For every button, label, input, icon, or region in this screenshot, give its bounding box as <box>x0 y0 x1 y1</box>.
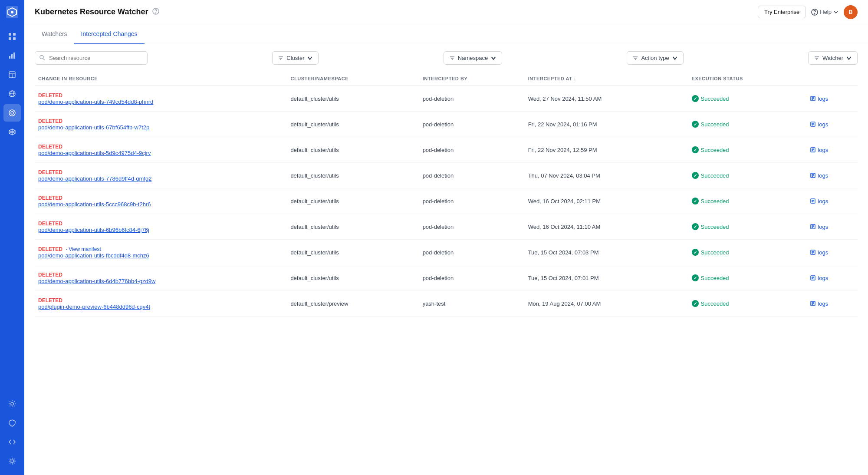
resource-link[interactable]: pod/demo-application-utils-7786d9ff4d-gm… <box>38 175 283 182</box>
logs-cell: logs <box>806 112 858 137</box>
help-label: Help <box>820 9 832 15</box>
sidebar-icon-code[interactable] <box>3 433 21 451</box>
status-cell: Succeeded <box>688 112 807 137</box>
app-logo[interactable] <box>5 5 19 19</box>
logs-link[interactable]: logs <box>810 275 854 281</box>
namespace-filter-button[interactable]: Namespace <box>444 51 502 65</box>
search-input[interactable] <box>35 51 148 65</box>
svg-rect-7 <box>11 54 13 59</box>
sidebar-icon-chart[interactable] <box>3 47 21 64</box>
logs-link[interactable]: logs <box>810 121 854 128</box>
status-dot <box>692 172 699 179</box>
view-manifest-link[interactable]: · View manifest <box>66 246 101 252</box>
cluster-namespace-cell: default_cluster/utils <box>287 214 419 240</box>
resource-link[interactable]: pod/demo-application-utils-6d4b776bb4-gz… <box>38 278 283 284</box>
sidebar-icon-watcher[interactable] <box>3 104 21 122</box>
resource-link[interactable]: pod/demo-application-utils-749cd54dd8-ph… <box>38 99 283 105</box>
status-label: Succeeded <box>701 249 729 256</box>
deleted-label: DELETED <box>38 221 62 227</box>
sidebar-icon-globe[interactable] <box>3 85 21 102</box>
table-row: DELETEDpod/plugin-demo-preview-6b448dd96… <box>35 291 858 317</box>
try-enterprise-button[interactable]: Try Enterprise <box>758 6 806 18</box>
logs-link[interactable]: logs <box>810 249 854 256</box>
col-header-intercepted-by: INTERCEPTED BY <box>419 72 525 86</box>
change-cell: DELETEDpod/demo-application-utils-749cd5… <box>35 86 287 112</box>
logs-link[interactable]: logs <box>810 172 854 179</box>
logs-cell: logs <box>806 188 858 214</box>
filters-bar: Cluster Namespace Action type <box>24 44 868 72</box>
logs-link[interactable]: logs <box>810 224 854 230</box>
svg-rect-8 <box>13 53 15 59</box>
table-row: DELETEDpod/demo-application-utils-5ccc96… <box>35 188 858 214</box>
svg-point-21 <box>11 460 13 462</box>
status-label: Succeeded <box>701 96 729 102</box>
col-header-cluster-namespace: CLUSTER/NAMESPACE <box>287 72 419 86</box>
svg-point-26 <box>40 55 43 59</box>
changes-table: CHANGE IN RESOURCE CLUSTER/NAMESPACE INT… <box>35 72 858 317</box>
status-succeeded: Succeeded <box>692 95 803 102</box>
logs-link[interactable]: logs <box>810 300 854 307</box>
svg-rect-3 <box>13 33 16 36</box>
action-type-filter-button[interactable]: Action type <box>627 51 683 65</box>
watcher-filter-button[interactable]: Watcher <box>808 51 858 65</box>
resource-link[interactable]: pod/demo-application-utils-5d9c4975d4-9c… <box>38 150 283 156</box>
table-row: DELETEDpod/demo-application-utils-6b96b6… <box>35 214 858 240</box>
tabs-bar: Watchers Intercepted Changes <box>24 24 868 44</box>
intercepted-at-cell: Mon, 19 Aug 2024, 07:00 AM <box>525 291 688 317</box>
logs-link[interactable]: logs <box>810 147 854 153</box>
change-cell: DELETEDpod/demo-application-utils-7786d9… <box>35 163 287 188</box>
change-cell: DELETED · View manifestpod/demo-applicat… <box>35 240 287 265</box>
tab-watchers[interactable]: Watchers <box>35 24 74 44</box>
intercepted-by-cell: pod-deletion <box>419 188 525 214</box>
search-wrap <box>35 51 148 65</box>
resource-link[interactable]: pod/demo-application-utils-67bf654ffb-w7… <box>38 124 283 131</box>
header-left: Kubernetes Resource Watcher <box>35 7 159 16</box>
logs-cell: logs <box>806 214 858 240</box>
intercepted-by-cell: pod-deletion <box>419 214 525 240</box>
deleted-label: DELETED <box>38 144 62 150</box>
sidebar-icon-settings[interactable] <box>3 395 21 412</box>
logs-link[interactable]: logs <box>810 96 854 102</box>
col-header-intercepted-at[interactable]: INTERCEPTED AT ↓ <box>525 72 688 86</box>
resource-link[interactable]: pod/demo-application-utils-5ccc968c9b-t2… <box>38 201 283 208</box>
resource-link[interactable]: pod/plugin-demo-preview-6b448dd96d-cqv4t <box>38 303 283 310</box>
status-dot <box>692 198 699 205</box>
status-dot <box>692 300 699 307</box>
cluster-namespace-cell: default_cluster/utils <box>287 188 419 214</box>
sidebar-icon-cube[interactable] <box>3 123 21 141</box>
intercepted-at-cell: Wed, 27 Nov 2024, 11:50 AM <box>525 86 688 112</box>
status-succeeded: Succeeded <box>692 198 803 205</box>
svg-point-23 <box>156 13 157 13</box>
cluster-filter-button[interactable]: Cluster <box>272 51 319 65</box>
cluster-namespace-cell: default_cluster/utils <box>287 86 419 112</box>
status-succeeded: Succeeded <box>692 146 803 153</box>
deleted-label: DELETED <box>38 297 62 303</box>
deleted-label: DELETED <box>38 195 62 201</box>
cluster-namespace-cell: default_cluster/utils <box>287 265 419 291</box>
sidebar-icon-plugin[interactable] <box>3 452 21 470</box>
title-help-icon[interactable] <box>152 8 159 16</box>
avatar[interactable]: B <box>844 5 858 19</box>
sidebar-icon-grid[interactable] <box>3 28 21 45</box>
sidebar-icon-shield[interactable] <box>3 414 21 432</box>
intercepted-at-cell: Thu, 07 Nov 2024, 03:04 PM <box>525 163 688 188</box>
status-cell: Succeeded <box>688 86 807 112</box>
status-succeeded: Succeeded <box>692 121 803 128</box>
status-dot <box>692 223 699 230</box>
svg-rect-2 <box>9 33 11 36</box>
status-succeeded: Succeeded <box>692 223 803 230</box>
svg-point-1 <box>11 11 13 13</box>
col-header-actions <box>806 72 858 86</box>
status-cell: Succeeded <box>688 291 807 317</box>
tab-intercepted-changes[interactable]: Intercepted Changes <box>74 24 145 44</box>
sidebar-icon-layout[interactable] <box>3 66 21 83</box>
svg-point-16 <box>11 112 13 114</box>
status-cell: Succeeded <box>688 240 807 265</box>
namespace-filter-label: Namespace <box>458 55 488 61</box>
action-type-filter-label: Action type <box>641 55 669 61</box>
logs-link[interactable]: logs <box>810 198 854 205</box>
resource-link[interactable]: pod/demo-application-utils-6b96b6fc84-6j… <box>38 227 283 233</box>
help-button[interactable]: Help <box>811 9 838 16</box>
resource-link[interactable]: pod/demo-application-utils-fbcddf4d8-mch… <box>38 252 283 259</box>
deleted-label: DELETED <box>38 118 62 124</box>
